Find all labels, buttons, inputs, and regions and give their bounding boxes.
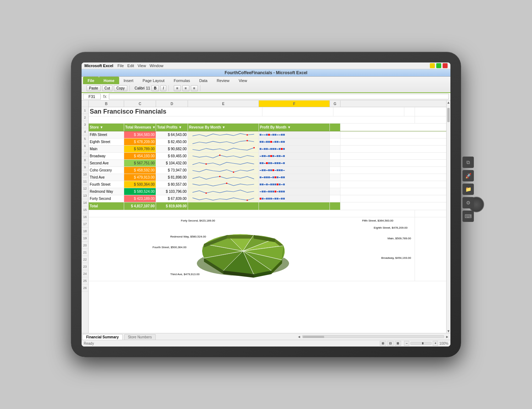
- normal-view-button[interactable]: ⊞: [380, 341, 386, 346]
- ribbon: File Home Insert Page Layout Formulas Da…: [82, 77, 450, 93]
- excel-app: Microsoft Excel File Edit View Window Fo: [82, 62, 450, 347]
- spreadsheet-main: B C D E F G San Francisco Financials: [89, 100, 446, 333]
- tab-page-layout[interactable]: Page Layout: [138, 77, 169, 84]
- ribbon-tabs: File Home Insert Page Layout Formulas Da…: [82, 77, 450, 84]
- svg-point-1: [246, 140, 248, 141]
- sheet-tabs: Financial Summary Store Numbers: [82, 333, 157, 340]
- cell-15: [89, 210, 415, 217]
- row-header-25: 25: [82, 277, 88, 284]
- col-header-g: G: [330, 100, 340, 107]
- zoom-in-button[interactable]: +: [433, 341, 438, 346]
- copy-button[interactable]: Copy: [114, 85, 127, 91]
- tab-file[interactable]: File: [83, 77, 99, 84]
- chart-row: Forty Second, $423,189.00 Fifth Street, …: [89, 217, 446, 281]
- scroll-up-button[interactable]: ▲: [447, 100, 450, 104]
- sparkline-8: [188, 160, 259, 167]
- table-row: Coho Grocery $ 458,592.00 $ 73,947.00: [89, 167, 446, 174]
- profit-4: $ 64,543.00: [156, 131, 188, 138]
- cell-f1: [333, 107, 404, 116]
- svg-point-7: [226, 182, 227, 184]
- status-right: ⊞ ⊟ ⊠ − + 100%: [380, 341, 448, 346]
- toolbar-folder-button[interactable]: 📁: [462, 184, 474, 195]
- window-controls: [430, 63, 448, 68]
- row-header-12: 12: [82, 185, 88, 192]
- profit-dots-6: [259, 146, 330, 152]
- store-name-12: Redmond Way: [89, 188, 124, 195]
- revenue-7: $ 454,193.00: [124, 153, 156, 159]
- minimize-button[interactable]: [430, 63, 435, 68]
- toolbar-keyboard-button[interactable]: ⌨: [462, 211, 474, 222]
- row-header-7: 7: [82, 149, 88, 157]
- row-header-top: [82, 100, 88, 107]
- row-15: [89, 210, 446, 217]
- menu-view[interactable]: View: [138, 64, 146, 68]
- formula-input[interactable]: [109, 94, 449, 99]
- profit-9: $ 73,947.00: [156, 167, 188, 174]
- cell-g5: [330, 138, 340, 145]
- row-header-9: 9: [82, 164, 88, 171]
- page-break-view-button[interactable]: ⊠: [395, 341, 401, 346]
- zoom-slider[interactable]: [410, 342, 432, 345]
- scrollbar-thumb[interactable]: [447, 108, 450, 122]
- align-center-button[interactable]: ≡: [182, 85, 189, 91]
- scroll-down-button[interactable]: ▼: [447, 329, 450, 333]
- font-size: 11: [146, 86, 150, 90]
- row-header-8: 8: [82, 157, 88, 164]
- cell-reference[interactable]: F31: [83, 94, 101, 99]
- align-right-button[interactable]: ≡: [191, 85, 198, 91]
- tab-financial-summary[interactable]: Financial Summary: [82, 334, 123, 340]
- menu-file[interactable]: File: [117, 64, 124, 68]
- layout-view-button[interactable]: ⊟: [387, 341, 394, 346]
- toolbar-pages-button[interactable]: ⧉: [462, 157, 474, 168]
- cut-button[interactable]: Cut: [102, 85, 113, 91]
- toolbar-gear-button[interactable]: ⚙: [462, 197, 474, 208]
- status-bar: Ready ⊞ ⊟ ⊠ − + 100%: [82, 340, 450, 347]
- header-row: Store ▼ Total Revenues ▼ Total Profits ▼…: [89, 124, 446, 131]
- col-headers: B C D E F G: [89, 100, 446, 107]
- svg-point-9: [246, 199, 248, 201]
- toolbar-rocket-button[interactable]: 🚀: [462, 170, 474, 181]
- paste-button[interactable]: Paste: [87, 85, 101, 91]
- menu-items: File Edit View Window: [117, 64, 163, 68]
- cell-g10: [330, 174, 340, 181]
- col-header-f: F: [259, 100, 330, 107]
- scrollbar-h-thumb: [303, 336, 324, 338]
- tab-insert[interactable]: Insert: [119, 77, 138, 84]
- revenue-10: $ 479,913.00: [124, 174, 156, 181]
- bold-button[interactable]: B: [151, 85, 159, 91]
- table-row: Second Ave $ 567,751.00 $ 104,432.00: [89, 160, 446, 167]
- svg-point-5: [233, 171, 234, 173]
- maximize-button[interactable]: [436, 63, 441, 68]
- close-button[interactable]: [443, 63, 448, 68]
- zoom-level: 100%: [439, 342, 448, 345]
- row-header-18: 18: [82, 228, 88, 235]
- italic-button[interactable]: I: [160, 85, 166, 91]
- zoom-out-button[interactable]: −: [404, 341, 409, 346]
- header-g: [330, 124, 340, 131]
- total-revenue: $ 4,817,107.00: [124, 202, 156, 210]
- scroll-left-button[interactable]: ◄: [297, 335, 301, 339]
- tab-home[interactable]: Home: [99, 77, 119, 84]
- revenue-5: $ 478,209.00: [124, 138, 156, 145]
- tab-view[interactable]: View: [234, 77, 252, 84]
- total-row: Total $ 4,817,107.00 $ 819,609.00: [89, 202, 446, 210]
- revenue-9: $ 458,592.00: [124, 167, 156, 174]
- scroll-right-button[interactable]: ►: [445, 335, 449, 339]
- menu-window[interactable]: Window: [150, 64, 164, 68]
- ribbon-group-alignment: ≡ ≡ ≡: [172, 85, 200, 91]
- tab-data[interactable]: Data: [195, 77, 212, 84]
- tab-formulas[interactable]: Formulas: [169, 77, 195, 84]
- profit-dots-13: [259, 195, 330, 202]
- row-header-19: 19: [82, 235, 88, 242]
- scrollbar-vertical[interactable]: ▲ ▼: [446, 100, 450, 333]
- align-left-button[interactable]: ≡: [174, 85, 181, 91]
- spreadsheet-area: 1 2 3 4 5 6 7 8 9 10 11 12 13 14 15 16 1: [82, 100, 450, 333]
- tab-store-numbers[interactable]: Store Numbers: [124, 334, 156, 340]
- profit-dots-9: [259, 167, 330, 174]
- ribbon-group-font: Calibri 11 B I: [133, 85, 169, 91]
- app-name: Microsoft Excel: [84, 64, 113, 68]
- cell-g8: [330, 160, 340, 167]
- tab-review[interactable]: Review: [212, 77, 234, 84]
- menu-edit[interactable]: Edit: [127, 64, 134, 68]
- scrollbar-horizontal[interactable]: [302, 335, 444, 338]
